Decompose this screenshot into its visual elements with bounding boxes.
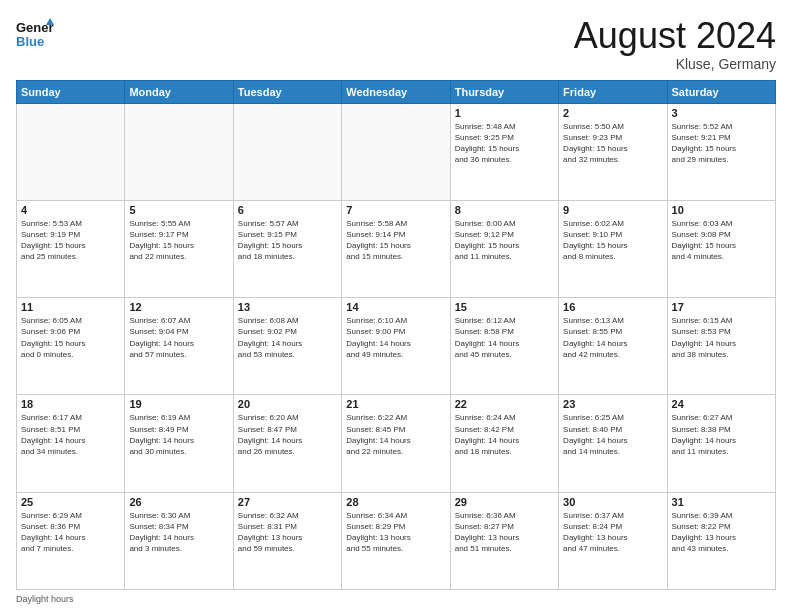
day-number: 21 <box>346 398 445 410</box>
calendar: SundayMondayTuesdayWednesdayThursdayFrid… <box>16 80 776 590</box>
day-number: 26 <box>129 496 228 508</box>
day-info: Sunrise: 6:30 AM Sunset: 8:34 PM Dayligh… <box>129 510 228 555</box>
day-info: Sunrise: 6:15 AM Sunset: 8:53 PM Dayligh… <box>672 315 771 360</box>
day-number: 24 <box>672 398 771 410</box>
calendar-cell: 8Sunrise: 6:00 AM Sunset: 9:12 PM Daylig… <box>450 200 558 297</box>
calendar-cell: 23Sunrise: 6:25 AM Sunset: 8:40 PM Dayli… <box>559 395 667 492</box>
day-info: Sunrise: 5:57 AM Sunset: 9:15 PM Dayligh… <box>238 218 337 263</box>
day-number: 12 <box>129 301 228 313</box>
day-number: 13 <box>238 301 337 313</box>
day-info: Sunrise: 6:32 AM Sunset: 8:31 PM Dayligh… <box>238 510 337 555</box>
calendar-cell: 4Sunrise: 5:53 AM Sunset: 9:19 PM Daylig… <box>17 200 125 297</box>
day-number: 11 <box>21 301 120 313</box>
page: General Blue August 2024 Kluse, Germany … <box>0 0 792 612</box>
calendar-cell: 13Sunrise: 6:08 AM Sunset: 9:02 PM Dayli… <box>233 298 341 395</box>
calendar-cell <box>233 103 341 200</box>
day-number: 20 <box>238 398 337 410</box>
day-info: Sunrise: 6:12 AM Sunset: 8:58 PM Dayligh… <box>455 315 554 360</box>
day-info: Sunrise: 6:17 AM Sunset: 8:51 PM Dayligh… <box>21 412 120 457</box>
day-number: 6 <box>238 204 337 216</box>
day-info: Sunrise: 6:36 AM Sunset: 8:27 PM Dayligh… <box>455 510 554 555</box>
day-info: Sunrise: 6:00 AM Sunset: 9:12 PM Dayligh… <box>455 218 554 263</box>
svg-text:Blue: Blue <box>16 34 44 49</box>
calendar-cell: 27Sunrise: 6:32 AM Sunset: 8:31 PM Dayli… <box>233 492 341 589</box>
calendar-week-row: 25Sunrise: 6:29 AM Sunset: 8:36 PM Dayli… <box>17 492 776 589</box>
weekday-header: Sunday <box>17 80 125 103</box>
day-number: 9 <box>563 204 662 216</box>
calendar-cell: 7Sunrise: 5:58 AM Sunset: 9:14 PM Daylig… <box>342 200 450 297</box>
day-info: Sunrise: 5:53 AM Sunset: 9:19 PM Dayligh… <box>21 218 120 263</box>
day-info: Sunrise: 6:03 AM Sunset: 9:08 PM Dayligh… <box>672 218 771 263</box>
location: Kluse, Germany <box>574 56 776 72</box>
calendar-cell: 22Sunrise: 6:24 AM Sunset: 8:42 PM Dayli… <box>450 395 558 492</box>
day-number: 28 <box>346 496 445 508</box>
day-number: 17 <box>672 301 771 313</box>
weekday-header: Monday <box>125 80 233 103</box>
day-number: 10 <box>672 204 771 216</box>
weekday-header: Friday <box>559 80 667 103</box>
day-number: 4 <box>21 204 120 216</box>
day-info: Sunrise: 6:20 AM Sunset: 8:47 PM Dayligh… <box>238 412 337 457</box>
calendar-cell: 5Sunrise: 5:55 AM Sunset: 9:17 PM Daylig… <box>125 200 233 297</box>
day-number: 23 <box>563 398 662 410</box>
day-info: Sunrise: 5:52 AM Sunset: 9:21 PM Dayligh… <box>672 121 771 166</box>
day-info: Sunrise: 6:02 AM Sunset: 9:10 PM Dayligh… <box>563 218 662 263</box>
day-info: Sunrise: 6:34 AM Sunset: 8:29 PM Dayligh… <box>346 510 445 555</box>
day-info: Sunrise: 6:07 AM Sunset: 9:04 PM Dayligh… <box>129 315 228 360</box>
calendar-week-row: 18Sunrise: 6:17 AM Sunset: 8:51 PM Dayli… <box>17 395 776 492</box>
day-info: Sunrise: 6:24 AM Sunset: 8:42 PM Dayligh… <box>455 412 554 457</box>
day-info: Sunrise: 6:27 AM Sunset: 8:38 PM Dayligh… <box>672 412 771 457</box>
day-number: 19 <box>129 398 228 410</box>
day-info: Sunrise: 6:37 AM Sunset: 8:24 PM Dayligh… <box>563 510 662 555</box>
logo-svg: General Blue <box>16 16 54 54</box>
calendar-week-row: 1Sunrise: 5:48 AM Sunset: 9:25 PM Daylig… <box>17 103 776 200</box>
calendar-cell: 10Sunrise: 6:03 AM Sunset: 9:08 PM Dayli… <box>667 200 775 297</box>
day-number: 29 <box>455 496 554 508</box>
day-number: 25 <box>21 496 120 508</box>
day-info: Sunrise: 6:08 AM Sunset: 9:02 PM Dayligh… <box>238 315 337 360</box>
day-number: 30 <box>563 496 662 508</box>
calendar-cell: 26Sunrise: 6:30 AM Sunset: 8:34 PM Dayli… <box>125 492 233 589</box>
day-info: Sunrise: 6:25 AM Sunset: 8:40 PM Dayligh… <box>563 412 662 457</box>
day-number: 8 <box>455 204 554 216</box>
day-number: 22 <box>455 398 554 410</box>
weekday-header-row: SundayMondayTuesdayWednesdayThursdayFrid… <box>17 80 776 103</box>
day-number: 1 <box>455 107 554 119</box>
day-number: 15 <box>455 301 554 313</box>
day-number: 31 <box>672 496 771 508</box>
calendar-cell: 9Sunrise: 6:02 AM Sunset: 9:10 PM Daylig… <box>559 200 667 297</box>
day-number: 2 <box>563 107 662 119</box>
day-number: 7 <box>346 204 445 216</box>
weekday-header: Thursday <box>450 80 558 103</box>
day-number: 27 <box>238 496 337 508</box>
calendar-cell: 15Sunrise: 6:12 AM Sunset: 8:58 PM Dayli… <box>450 298 558 395</box>
calendar-cell: 6Sunrise: 5:57 AM Sunset: 9:15 PM Daylig… <box>233 200 341 297</box>
day-number: 3 <box>672 107 771 119</box>
footer: Daylight hours <box>16 594 776 604</box>
day-info: Sunrise: 5:48 AM Sunset: 9:25 PM Dayligh… <box>455 121 554 166</box>
title-block: August 2024 Kluse, Germany <box>574 16 776 72</box>
day-info: Sunrise: 6:13 AM Sunset: 8:55 PM Dayligh… <box>563 315 662 360</box>
day-info: Sunrise: 6:29 AM Sunset: 8:36 PM Dayligh… <box>21 510 120 555</box>
calendar-cell: 28Sunrise: 6:34 AM Sunset: 8:29 PM Dayli… <box>342 492 450 589</box>
day-number: 14 <box>346 301 445 313</box>
day-number: 16 <box>563 301 662 313</box>
day-info: Sunrise: 6:39 AM Sunset: 8:22 PM Dayligh… <box>672 510 771 555</box>
day-info: Sunrise: 6:05 AM Sunset: 9:06 PM Dayligh… <box>21 315 120 360</box>
weekday-header: Saturday <box>667 80 775 103</box>
calendar-cell: 24Sunrise: 6:27 AM Sunset: 8:38 PM Dayli… <box>667 395 775 492</box>
calendar-week-row: 11Sunrise: 6:05 AM Sunset: 9:06 PM Dayli… <box>17 298 776 395</box>
calendar-cell: 11Sunrise: 6:05 AM Sunset: 9:06 PM Dayli… <box>17 298 125 395</box>
logo: General Blue <box>16 16 54 54</box>
calendar-cell: 19Sunrise: 6:19 AM Sunset: 8:49 PM Dayli… <box>125 395 233 492</box>
calendar-cell: 17Sunrise: 6:15 AM Sunset: 8:53 PM Dayli… <box>667 298 775 395</box>
calendar-cell: 18Sunrise: 6:17 AM Sunset: 8:51 PM Dayli… <box>17 395 125 492</box>
day-number: 5 <box>129 204 228 216</box>
day-number: 18 <box>21 398 120 410</box>
calendar-cell: 12Sunrise: 6:07 AM Sunset: 9:04 PM Dayli… <box>125 298 233 395</box>
calendar-cell: 20Sunrise: 6:20 AM Sunset: 8:47 PM Dayli… <box>233 395 341 492</box>
calendar-cell <box>17 103 125 200</box>
calendar-cell: 31Sunrise: 6:39 AM Sunset: 8:22 PM Dayli… <box>667 492 775 589</box>
weekday-header: Tuesday <box>233 80 341 103</box>
calendar-cell: 14Sunrise: 6:10 AM Sunset: 9:00 PM Dayli… <box>342 298 450 395</box>
